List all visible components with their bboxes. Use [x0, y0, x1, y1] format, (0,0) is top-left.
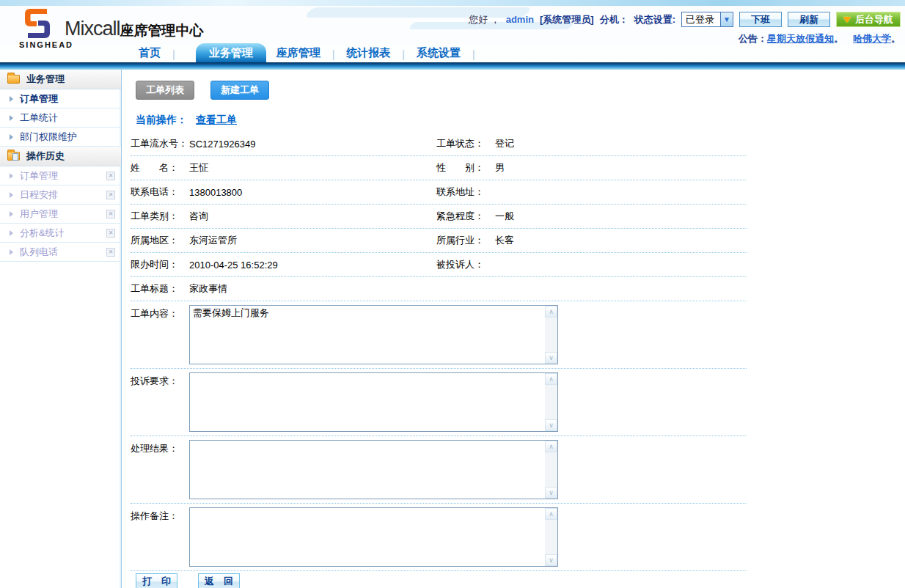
scroll-down-icon[interactable]: ∨	[545, 554, 557, 566]
textarea-text[interactable]	[190, 441, 545, 499]
breadcrumb: 当前操作：查看工单	[131, 114, 905, 127]
textarea-text[interactable]: 需要保姆上门服务	[190, 306, 545, 364]
sidebar-item-label: 工单统计	[20, 111, 115, 125]
breadcrumb-label: 当前操作：	[136, 114, 187, 125]
field-label: 工单标题：	[131, 282, 189, 295]
breadcrumb-current-action[interactable]: 查看工单	[196, 114, 237, 125]
tab-business-management[interactable]: 业务管理	[196, 43, 266, 62]
workorder-content-textarea[interactable]: 需要保姆上门服务 ∧ ∨	[189, 305, 558, 364]
region-value: 东河运管所	[189, 234, 436, 247]
workorder-toolbar: 工单列表 新建工单	[131, 81, 905, 100]
history-item-schedule[interactable]: 日程安排 ✕	[0, 185, 121, 205]
workorder-form: 工单流水号： SC1271926349 工单状态： 登记 姓 名： 王怔 性 别…	[131, 132, 747, 571]
company-logo: SINGHEAD	[19, 7, 107, 49]
close-icon[interactable]: ✕	[106, 248, 115, 257]
greeting-text: 您好 ，	[469, 13, 500, 26]
form-row-complaint-request: 投诉要求： ∧ ∨	[131, 369, 747, 436]
field-label: 联系电话：	[131, 185, 189, 199]
close-icon[interactable]: ✕	[106, 172, 115, 180]
field-label: 工单流水号：	[131, 137, 189, 150]
field-label: 紧急程度：	[436, 210, 495, 223]
scroll-down-icon[interactable]: ∨	[545, 419, 557, 431]
field-label: 投诉要求：	[131, 372, 189, 388]
industry-value: 长客	[495, 234, 747, 247]
nav-underline-band	[0, 62, 905, 70]
arrow-right-icon	[10, 249, 13, 255]
new-workorder-button[interactable]: 新建工单	[210, 81, 269, 100]
sidebar-item-label: 部门权限维护	[20, 131, 115, 144]
arrow-right-icon	[10, 211, 13, 217]
close-icon[interactable]: ✕	[106, 229, 115, 238]
textarea-text[interactable]	[190, 508, 545, 566]
field-label: 所属行业：	[436, 234, 495, 247]
scroll-down-icon[interactable]: ∨	[545, 487, 557, 499]
scroll-down-icon[interactable]: ∨	[545, 352, 557, 364]
history-item-label: 队列电话	[20, 246, 100, 259]
history-item-analysis-stats[interactable]: 分析&统计 ✕	[0, 224, 121, 243]
field-label: 被投诉人：	[436, 258, 495, 271]
history-item-label: 分析&统计	[20, 227, 100, 240]
workorder-type-value: 咨询	[189, 210, 436, 223]
status-select[interactable]: 已登录 ▼	[681, 12, 733, 27]
sidebar: 业务管理 订单管理 工单统计 部门权限维护 操作历史 订单管理 ✕ 日程安排 ✕	[0, 70, 122, 588]
tab-separator: |	[171, 46, 177, 62]
announcement-link-2[interactable]: 哈佛大学	[853, 33, 891, 44]
username: admin	[506, 14, 534, 25]
tab-statistics-report[interactable]: 统计报表	[336, 44, 400, 62]
tab-separator: |	[400, 46, 406, 62]
history-item-order-management[interactable]: 订单管理 ✕	[0, 166, 121, 185]
workorder-list-button[interactable]: 工单列表	[136, 81, 194, 100]
form-row-operation-note: 操作备注： ∧ ∨	[131, 504, 747, 571]
textarea-text[interactable]	[190, 373, 545, 431]
main-content: 工单列表 新建工单 当前操作：查看工单 工单流水号： SC1271926349 …	[122, 70, 905, 588]
field-label: 姓 名：	[131, 161, 189, 174]
close-icon[interactable]: ✕	[106, 191, 115, 199]
arrow-right-icon	[10, 192, 13, 198]
print-button[interactable]: 打 印	[136, 573, 177, 588]
tab-home[interactable]: 首页	[128, 44, 171, 62]
workorder-title-value: 家政事情	[189, 282, 436, 295]
history-item-label: 订单管理	[20, 169, 100, 183]
complaint-request-textarea[interactable]: ∧ ∨	[189, 372, 558, 432]
announcement-sep: 。	[834, 33, 843, 44]
off-duty-button[interactable]: 下班	[739, 12, 782, 27]
history-folder-icon	[7, 152, 20, 161]
backend-nav-button[interactable]: 后台导航	[836, 12, 901, 27]
sidebar-section-business: 业务管理	[0, 70, 121, 89]
scroll-up-icon[interactable]: ∧	[545, 306, 557, 317]
chevron-down-icon[interactable]: ▼	[720, 12, 733, 26]
field-label: 联系地址：	[436, 185, 495, 199]
field-label: 工单状态：	[436, 137, 495, 150]
field-label: 处理结果：	[131, 440, 189, 455]
folder-icon	[7, 75, 20, 84]
textarea-scrollbar[interactable]: ∧ ∨	[545, 373, 557, 431]
logo-wordmark: SINGHEAD	[19, 40, 107, 49]
tab-system-settings[interactable]: 系统设置	[406, 44, 471, 62]
sidebar-item-workorder-stats[interactable]: 工单统计	[0, 109, 121, 128]
sidebar-item-order-management[interactable]: 订单管理	[0, 89, 121, 109]
sidebar-item-dept-permission[interactable]: 部门权限维护	[0, 128, 121, 147]
announcement-link-1[interactable]: 星期天放假通知	[767, 33, 834, 44]
textarea-scrollbar[interactable]: ∧ ∨	[545, 441, 557, 499]
arrow-right-icon	[10, 134, 13, 140]
operation-note-textarea[interactable]: ∧ ∨	[189, 507, 558, 567]
scroll-up-icon[interactable]: ∧	[545, 373, 557, 385]
textarea-scrollbar[interactable]: ∧ ∨	[545, 508, 557, 566]
arrow-right-icon	[10, 230, 13, 236]
gender-value: 男	[495, 161, 747, 174]
field-label: 工单内容：	[131, 305, 189, 320]
textarea-scrollbar[interactable]: ∧ ∨	[545, 306, 557, 364]
scroll-up-icon[interactable]: ∧	[545, 441, 557, 452]
back-button[interactable]: 返 回	[198, 573, 240, 588]
singhead-logo-icon	[19, 7, 56, 40]
process-result-textarea[interactable]: ∧ ∨	[189, 440, 558, 499]
announcement-label: 公告：	[739, 33, 767, 44]
refresh-button[interactable]: 刷新	[788, 12, 830, 27]
close-icon[interactable]: ✕	[106, 210, 115, 218]
history-item-queue-calls[interactable]: 队列电话 ✕	[0, 243, 121, 262]
field-label: 所属地区：	[131, 234, 189, 247]
header: SINGHEAD Mixcall座席管理中心 您好 ， admin [系统管理员…	[0, 6, 905, 44]
history-item-user-management[interactable]: 用户管理 ✕	[0, 205, 121, 224]
tab-agent-management[interactable]: 座席管理	[266, 44, 331, 62]
scroll-up-icon[interactable]: ∧	[545, 508, 557, 520]
